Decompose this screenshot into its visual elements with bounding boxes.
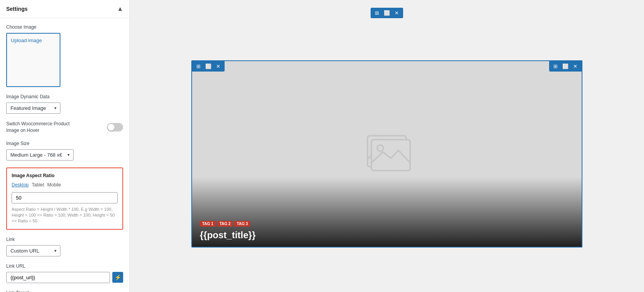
link-url-group: Link URL ⚡ bbox=[6, 263, 123, 283]
choose-image-label: Choose Image bbox=[6, 24, 123, 30]
image-size-select[interactable]: Medium Large - 768 x€ Thumbnail Medium L… bbox=[6, 149, 74, 161]
link-group: Link Custom URL None Post URL Media URL … bbox=[6, 237, 123, 256]
top-toolbar-close-button[interactable]: ✕ bbox=[393, 9, 401, 17]
image-dynamic-data-wrapper: Featured Image None Author Avatar Custom… bbox=[6, 102, 60, 114]
link-url-lightning-icon: ⚡ bbox=[115, 274, 121, 280]
link-url-label: Link URL bbox=[6, 263, 123, 269]
card-right-close-icon: ✕ bbox=[573, 63, 577, 69]
image-aspect-ratio-box: Image Aspect Ratio Desktop Tablet Mobile… bbox=[6, 167, 123, 230]
link-url-row: ⚡ bbox=[6, 272, 123, 283]
top-toolbar-expand-button[interactable]: ⬜ bbox=[382, 9, 392, 17]
card-right-close-button[interactable]: ✕ bbox=[571, 63, 579, 70]
upload-image-text: Upload image bbox=[11, 38, 42, 43]
card-left-expand-button[interactable]: ⬜ bbox=[203, 63, 213, 70]
top-toolbar-close-icon: ✕ bbox=[395, 10, 399, 16]
image-size-label: Image Size bbox=[6, 141, 123, 146]
choose-image-group: Choose Image Upload image bbox=[6, 24, 123, 87]
switch-woocommerce-label: Switch Woocommerce Product Image on Hove… bbox=[6, 121, 84, 134]
placeholder-image-icon bbox=[358, 128, 416, 179]
link-target-group: Link Target Self Blank Parent Top ▼ bbox=[6, 290, 123, 292]
image-placeholder: TAG 1 TAG 2 TAG 3 {{post_title}} bbox=[192, 61, 582, 247]
link-select[interactable]: Custom URL None Post URL Media URL bbox=[6, 245, 60, 256]
settings-panel: Settings ▲ Choose Image Upload image Ima… bbox=[0, 0, 130, 292]
card-right-expand-button[interactable]: ⬜ bbox=[560, 63, 570, 70]
top-toolbar-grid-icon: ⊞ bbox=[375, 10, 379, 16]
image-aspect-ratio-title: Image Aspect Ratio bbox=[12, 173, 118, 178]
aspect-ratio-input[interactable] bbox=[12, 192, 118, 203]
settings-header: Settings ▲ bbox=[0, 0, 129, 18]
link-url-dynamic-button[interactable]: ⚡ bbox=[112, 272, 123, 283]
card-left-close-icon: ✕ bbox=[216, 63, 220, 69]
image-dynamic-data-group: Image Dynamic Data Featured Image None A… bbox=[6, 94, 123, 114]
upload-image-box[interactable]: Upload image bbox=[6, 33, 60, 87]
aspect-ratio-hint: Aspect Ratio = Height / Width * 100. E.g… bbox=[12, 207, 118, 224]
tag-badge-3: TAG 3 bbox=[234, 221, 250, 227]
top-toolbar: ⊞ ⬜ ✕ bbox=[371, 8, 403, 18]
image-dynamic-data-label: Image Dynamic Data bbox=[6, 94, 123, 99]
link-label: Link bbox=[6, 237, 123, 242]
top-toolbar-expand-icon: ⬜ bbox=[384, 10, 390, 16]
card-right-grid-button[interactable]: ⊞ bbox=[551, 63, 560, 70]
content-area: ⊞ ⬜ ✕ ⊞ ⬜ ✕ ⊞ ⬜ bbox=[130, 0, 644, 292]
aspect-tabs: Desktop Tablet Mobile bbox=[12, 181, 118, 188]
post-title: {{post_title}} bbox=[200, 230, 574, 241]
card-left-expand-icon: ⬜ bbox=[205, 63, 211, 69]
settings-title: Settings bbox=[6, 6, 27, 12]
switch-woocommerce-toggle[interactable] bbox=[107, 123, 123, 131]
card-right-grid-icon: ⊞ bbox=[553, 63, 558, 69]
tag-badge-2: TAG 2 bbox=[217, 221, 233, 227]
svg-rect-2 bbox=[371, 140, 410, 171]
switch-woocommerce-slider bbox=[107, 123, 123, 131]
link-select-wrapper: Custom URL None Post URL Media URL ▼ bbox=[6, 245, 60, 256]
top-toolbar-grid-button[interactable]: ⊞ bbox=[373, 9, 381, 17]
card-left-grid-button[interactable]: ⊞ bbox=[194, 63, 203, 70]
link-target-label: Link Target bbox=[6, 290, 123, 292]
collapse-icon[interactable]: ▲ bbox=[117, 5, 123, 12]
aspect-tab-tablet[interactable]: Tablet bbox=[32, 181, 44, 188]
card-toolbar-right: ⊞ ⬜ ✕ bbox=[549, 61, 582, 72]
card-left-grid-icon: ⊞ bbox=[196, 63, 201, 69]
settings-body: Choose Image Upload image Image Dynamic … bbox=[0, 18, 129, 292]
preview-card: ⊞ ⬜ ✕ ⊞ ⬜ ✕ bbox=[191, 60, 582, 248]
image-dynamic-data-select[interactable]: Featured Image None Author Avatar Custom… bbox=[6, 102, 60, 114]
card-toolbar-left: ⊞ ⬜ ✕ bbox=[192, 61, 225, 72]
overlay-gradient: TAG 1 TAG 2 TAG 3 {{post_title}} bbox=[192, 177, 582, 247]
link-url-input[interactable] bbox=[6, 272, 110, 283]
aspect-tab-mobile[interactable]: Mobile bbox=[47, 181, 61, 188]
tag-row: TAG 1 TAG 2 TAG 3 bbox=[200, 221, 574, 227]
image-size-wrapper: Medium Large - 768 x€ Thumbnail Medium L… bbox=[6, 149, 74, 161]
aspect-tab-desktop[interactable]: Desktop bbox=[12, 181, 29, 188]
switch-woocommerce-row: Switch Woocommerce Product Image on Hove… bbox=[6, 121, 123, 134]
image-size-group: Image Size Medium Large - 768 x€ Thumbna… bbox=[6, 141, 123, 161]
card-right-expand-icon: ⬜ bbox=[562, 63, 568, 69]
card-left-close-button[interactable]: ✕ bbox=[214, 63, 222, 70]
tag-badge-1: TAG 1 bbox=[200, 221, 216, 227]
